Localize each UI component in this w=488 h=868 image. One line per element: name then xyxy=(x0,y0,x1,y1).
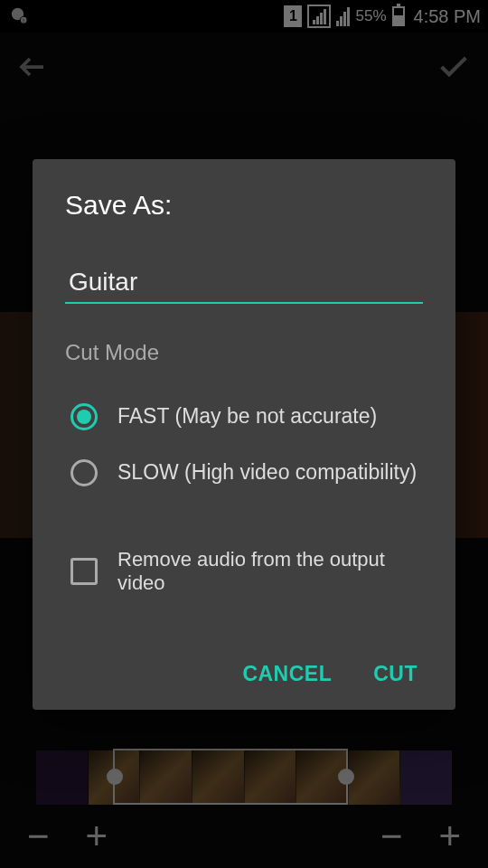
remove-audio-label: Remove audio from the output video xyxy=(117,548,418,595)
radio-fast-row[interactable]: FAST (May be not accurate) xyxy=(65,389,423,445)
radio-fast-label: FAST (May be not accurate) xyxy=(117,404,377,429)
remove-audio-row[interactable]: Remove audio from the output video xyxy=(65,533,423,609)
cut-mode-label: Cut Mode xyxy=(65,340,423,365)
remove-audio-checkbox[interactable] xyxy=(70,558,98,585)
radio-slow-label: SLOW (High video compatibility) xyxy=(117,460,417,485)
radio-slow-row[interactable]: SLOW (High video compatibility) xyxy=(65,445,423,501)
dialog-actions: CANCEL CUT xyxy=(65,662,423,686)
dialog-title: Save As: xyxy=(65,190,423,221)
save-dialog: Save As: Cut Mode FAST (May be not accur… xyxy=(33,159,455,710)
cancel-button[interactable]: CANCEL xyxy=(242,662,332,686)
radio-slow[interactable] xyxy=(70,459,98,486)
cut-button[interactable]: CUT xyxy=(373,662,418,686)
filename-input[interactable] xyxy=(65,262,423,304)
radio-fast[interactable] xyxy=(70,403,98,430)
dialog-scrim[interactable]: Save As: Cut Mode FAST (May be not accur… xyxy=(0,0,488,868)
